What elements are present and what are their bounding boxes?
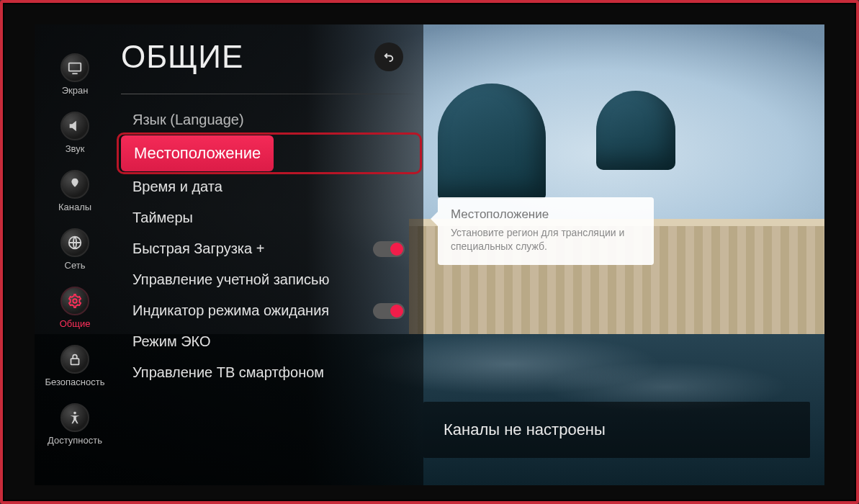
menu-item-label: Таймеры bbox=[132, 210, 193, 226]
sidebar-item-network[interactable]: Сеть bbox=[60, 228, 89, 271]
back-icon bbox=[382, 50, 395, 63]
menu-item-location[interactable]: Местоположение bbox=[121, 135, 418, 171]
menu-item-label: Быстрая Загрузка + bbox=[132, 240, 264, 257]
info-tooltip: Местоположение Установите регион для тра… bbox=[438, 197, 654, 265]
sidebar-item-screen[interactable]: Экран bbox=[60, 53, 89, 96]
menu-item-standby-led[interactable]: Индикатор режима ожидания bbox=[121, 295, 418, 326]
svg-rect-3 bbox=[71, 359, 79, 364]
status-toast: Каналы не настроены bbox=[423, 402, 810, 458]
menu-item-label: Время и дата bbox=[132, 179, 222, 195]
svg-point-2 bbox=[73, 299, 77, 303]
settings-menu: Язык (Language) Местоположение Время и д… bbox=[121, 104, 418, 388]
lock-icon bbox=[60, 345, 89, 374]
settings-panel: Экран Звук Каналы bbox=[35, 24, 423, 485]
menu-item-timers[interactable]: Таймеры bbox=[121, 202, 418, 233]
menu-item-label: Язык (Language) bbox=[132, 112, 244, 128]
menu-item-quickboot[interactable]: Быстрая Загрузка + bbox=[121, 233, 418, 264]
tv-screen: Экран Звук Каналы bbox=[35, 24, 824, 485]
accessibility-icon bbox=[60, 403, 89, 432]
screen-icon bbox=[60, 53, 89, 82]
general-icon bbox=[60, 287, 89, 315]
sidebar-item-label: Каналы bbox=[58, 202, 91, 212]
menu-item-label: Режим ЭКО bbox=[132, 333, 211, 350]
menu-item-smartphone-control[interactable]: Управление ТВ смартфоном bbox=[121, 357, 418, 388]
toggle-on[interactable] bbox=[373, 241, 405, 257]
sidebar-item-sound[interactable]: Звук bbox=[60, 112, 89, 154]
sidebar-item-label: Общие bbox=[60, 318, 91, 329]
channels-icon bbox=[60, 170, 89, 199]
divider bbox=[121, 94, 418, 94]
sidebar-item-label: Звук bbox=[66, 143, 85, 154]
page-title: ОБЩИЕ bbox=[121, 39, 243, 75]
svg-point-4 bbox=[73, 412, 76, 415]
tooltip-title: Местоположение bbox=[451, 207, 641, 222]
sound-icon bbox=[60, 112, 89, 140]
svg-rect-0 bbox=[69, 63, 81, 71]
sidebar-item-channels[interactable]: Каналы bbox=[58, 170, 91, 212]
toast-text: Каналы не настроены bbox=[444, 420, 606, 438]
menu-item-language[interactable]: Язык (Language) bbox=[121, 104, 418, 135]
tv-bezel: Экран Звук Каналы bbox=[0, 0, 859, 504]
menu-item-label: Управление ТВ смартфоном bbox=[132, 364, 324, 381]
menu-item-label: Местоположение bbox=[134, 144, 261, 162]
sidebar-item-security[interactable]: Безопасность bbox=[45, 345, 105, 387]
menu-item-label: Управление учетной записью bbox=[132, 271, 329, 288]
sidebar-item-label: Безопасность bbox=[45, 377, 105, 387]
sidebar-item-label: Экран bbox=[62, 85, 89, 96]
background-dome bbox=[438, 84, 546, 199]
tooltip-desc: Установите регион для трансляции и специ… bbox=[451, 226, 641, 253]
menu-item-account[interactable]: Управление учетной записью bbox=[121, 264, 418, 295]
background-dome bbox=[596, 91, 675, 170]
sidebar-item-label: Сеть bbox=[65, 260, 86, 271]
settings-sidebar: Экран Звук Каналы bbox=[39, 53, 111, 478]
settings-content: ОБЩИЕ Язык (Language) Местоположение bbox=[121, 39, 418, 485]
back-button[interactable] bbox=[374, 42, 403, 71]
sidebar-item-accessibility[interactable]: Доступность bbox=[48, 403, 102, 446]
network-icon bbox=[60, 228, 89, 257]
menu-item-eco[interactable]: Режим ЭКО bbox=[121, 326, 418, 357]
menu-item-datetime[interactable]: Время и дата bbox=[121, 171, 418, 202]
toggle-on[interactable] bbox=[373, 303, 405, 319]
menu-item-label: Индикатор режима ожидания bbox=[132, 302, 329, 319]
sidebar-item-label: Доступность bbox=[48, 435, 102, 446]
sidebar-item-general[interactable]: Общие bbox=[60, 287, 91, 329]
